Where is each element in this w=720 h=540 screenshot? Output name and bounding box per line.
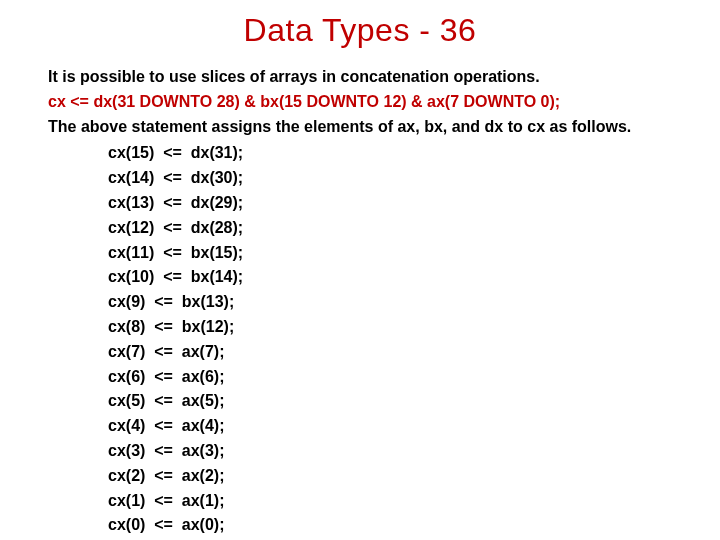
- assignment-block: cx(15) <= dx(31); cx(14) <= dx(30); cx(1…: [108, 141, 672, 538]
- assignment-line: cx(10) <= bx(14);: [108, 265, 672, 290]
- slide-title: Data Types - 36: [48, 12, 672, 49]
- assignment-line: cx(8) <= bx(12);: [108, 315, 672, 340]
- assignment-line: cx(2) <= ax(2);: [108, 464, 672, 489]
- assignment-line: cx(4) <= ax(4);: [108, 414, 672, 439]
- assignment-line: cx(5) <= ax(5);: [108, 389, 672, 414]
- assignment-line: cx(15) <= dx(31);: [108, 141, 672, 166]
- slide-body: It is possible to use slices of arrays i…: [48, 65, 672, 538]
- assignment-line: cx(13) <= dx(29);: [108, 191, 672, 216]
- assignment-line: cx(9) <= bx(13);: [108, 290, 672, 315]
- slide: Data Types - 36 It is possible to use sl…: [0, 0, 720, 540]
- assignment-line: cx(1) <= ax(1);: [108, 489, 672, 514]
- assignment-line: cx(11) <= bx(15);: [108, 241, 672, 266]
- assignment-line: cx(6) <= ax(6);: [108, 365, 672, 390]
- assignment-line: cx(0) <= ax(0);: [108, 513, 672, 538]
- assignment-line: cx(3) <= ax(3);: [108, 439, 672, 464]
- assignment-line: cx(14) <= dx(30);: [108, 166, 672, 191]
- code-line: cx <= dx(31 DOWNTO 28) & bx(15 DOWNTO 12…: [48, 90, 672, 115]
- assignment-line: cx(7) <= ax(7);: [108, 340, 672, 365]
- intro-text: It is possible to use slices of arrays i…: [48, 65, 672, 90]
- assignment-line: cx(12) <= dx(28);: [108, 216, 672, 241]
- explanation-text: The above statement assigns the elements…: [48, 115, 672, 140]
